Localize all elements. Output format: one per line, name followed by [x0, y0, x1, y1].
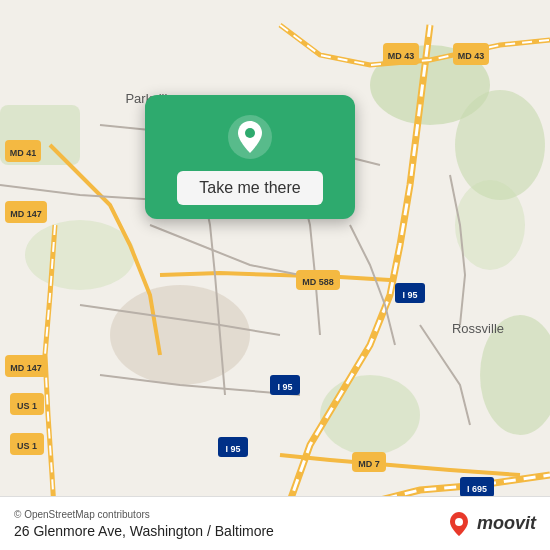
svg-text:I 695: I 695	[467, 484, 487, 494]
svg-text:MD 147: MD 147	[10, 363, 42, 373]
svg-text:MD 588: MD 588	[302, 277, 334, 287]
map-svg: MD 43 MD 43 MD 41 MD 147 MD 147 US 1 US …	[0, 0, 550, 550]
svg-text:I 95: I 95	[277, 382, 292, 392]
svg-text:MD 147: MD 147	[10, 209, 42, 219]
address-section: © OpenStreetMap contributors 26 Glenmore…	[14, 509, 274, 539]
svg-text:MD 43: MD 43	[458, 51, 485, 61]
svg-text:US 1: US 1	[17, 401, 37, 411]
svg-point-3	[25, 220, 135, 290]
svg-text:US 1: US 1	[17, 441, 37, 451]
svg-point-38	[455, 518, 463, 526]
svg-point-7	[455, 180, 525, 270]
moovit-icon	[445, 510, 473, 538]
map-attribution: © OpenStreetMap contributors	[14, 509, 274, 520]
location-pin-icon	[226, 113, 274, 161]
svg-point-4	[110, 285, 250, 385]
moovit-brand-text: moovit	[477, 513, 536, 534]
svg-text:I 95: I 95	[402, 290, 417, 300]
moovit-logo: moovit	[445, 510, 536, 538]
location-card: Take me there	[145, 95, 355, 219]
svg-text:MD 41: MD 41	[10, 148, 37, 158]
map-container: MD 43 MD 43 MD 41 MD 147 MD 147 US 1 US …	[0, 0, 550, 550]
svg-text:Rossville: Rossville	[452, 321, 504, 336]
bottom-bar: © OpenStreetMap contributors 26 Glenmore…	[0, 496, 550, 550]
svg-point-37	[245, 128, 255, 138]
take-me-there-button[interactable]: Take me there	[177, 171, 322, 205]
svg-text:I 95: I 95	[225, 444, 240, 454]
svg-text:MD 43: MD 43	[388, 51, 415, 61]
svg-text:MD 7: MD 7	[358, 459, 380, 469]
address-text: 26 Glenmore Ave, Washington / Baltimore	[14, 523, 274, 539]
svg-point-5	[320, 375, 420, 455]
